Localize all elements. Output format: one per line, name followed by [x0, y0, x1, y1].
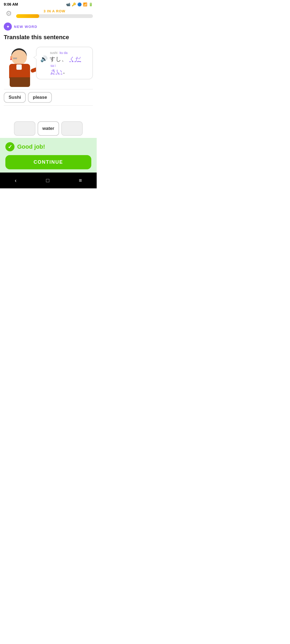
char-glasses: 👓: [13, 56, 17, 60]
char-pants: [10, 77, 30, 87]
sparkle-icon: ✦: [6, 24, 10, 29]
speech-bubble: sushi ku da 🔊 すし、 くだ sa i さい 。: [36, 47, 93, 79]
romanji-row1: sushi ku da: [40, 51, 89, 55]
battery-icon: 🔋: [89, 2, 93, 6]
new-word-badge: ✦ NEW WORD: [0, 20, 97, 32]
menu-button[interactable]: ≡: [73, 176, 87, 185]
romanji-kuda: ku da: [60, 51, 67, 55]
good-job-text: Good job!: [17, 143, 45, 150]
status-icons: 📹 🔑 🔵 📶 🔋: [66, 2, 93, 6]
word-chip-empty-2[interactable]: [61, 121, 83, 136]
new-word-label: NEW WORD: [14, 25, 37, 29]
progress-container: 3 IN A ROW: [16, 9, 93, 18]
success-panel: ✓ Good job! CONTINUE: [0, 138, 97, 173]
scene: 👓 sushi ku da 🔊 すし、 くだ sa i: [0, 44, 97, 87]
new-word-icon: ✦: [4, 23, 12, 31]
japanese-sai: さい: [50, 68, 62, 75]
key-icon: 🔑: [72, 2, 76, 6]
bubble-row2: sa i さい 。: [50, 64, 89, 75]
answer-area: Sushi please: [0, 89, 97, 105]
home-button[interactable]: □: [41, 176, 55, 185]
romanji-sai: sa i: [50, 64, 89, 68]
char-earring: [10, 58, 12, 60]
japanese-kuda: くだ: [69, 55, 81, 63]
japanese-sushi: すし、: [50, 55, 67, 63]
progress-bar-bg: [16, 14, 93, 18]
spacer: [0, 106, 97, 119]
bluetooth-icon: 🔵: [77, 2, 82, 6]
char-collar: [16, 64, 22, 70]
nav-bar: ‹ □ ≡: [0, 173, 97, 188]
bubble-row1: 🔊 すし、 くだ: [40, 55, 89, 63]
answer-chip-sushi[interactable]: Sushi: [4, 92, 26, 103]
word-bank: water: [0, 119, 97, 138]
settings-button[interactable]: ⚙: [4, 9, 13, 18]
character: 👓: [4, 44, 39, 87]
checkmark-icon: ✓: [8, 144, 12, 150]
progress-area: ⚙ 3 IN A ROW: [0, 8, 97, 20]
instruction-text: Translate this sentence: [0, 32, 97, 44]
progress-bar-fill: [16, 14, 39, 18]
word-chip-empty-1[interactable]: [14, 121, 35, 136]
word-chip-water[interactable]: water: [38, 121, 59, 136]
video-icon: 📹: [66, 2, 70, 6]
wifi-icon: 📶: [83, 2, 87, 6]
success-row: ✓ Good job!: [5, 142, 91, 151]
gear-icon: ⚙: [6, 9, 12, 18]
period: 。: [63, 68, 68, 75]
status-bar: 9:06 AM 📹 🔑 🔵 📶 🔋: [0, 0, 97, 8]
back-button[interactable]: ‹: [9, 176, 22, 185]
speaker-button[interactable]: 🔊: [40, 56, 48, 63]
check-circle: ✓: [5, 142, 15, 151]
status-time: 9:06 AM: [4, 2, 18, 6]
answer-chip-please[interactable]: please: [28, 92, 52, 103]
continue-button[interactable]: CONTINUE: [5, 155, 91, 169]
streak-label: 3 IN A ROW: [16, 9, 93, 13]
romanji-sushi: sushi: [50, 51, 57, 55]
